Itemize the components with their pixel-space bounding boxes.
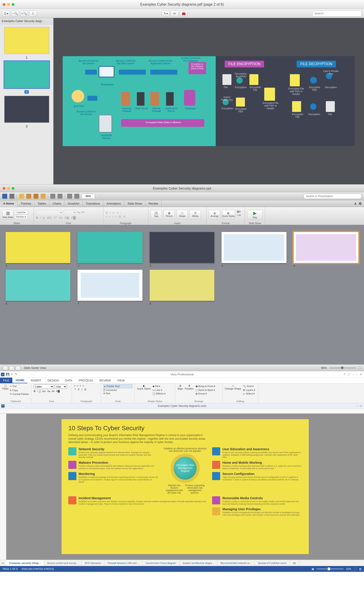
- minimize-icon[interactable]: –: [352, 373, 354, 376]
- layers-button[interactable]: ≣ Layers ▾: [243, 388, 255, 392]
- tab-charts[interactable]: Charts: [50, 200, 65, 207]
- tab-slideshow[interactable]: Slide Show: [124, 200, 145, 207]
- section-button[interactable]: Section ▸: [15, 215, 27, 219]
- pointer-tool-button[interactable]: ▸ Pointer Tool: [103, 384, 132, 388]
- undo-icon[interactable]: ↶: [11, 373, 13, 376]
- sheet-tab[interactable]: Government Cloud diagram: [143, 560, 180, 566]
- thumbnail[interactable]: [4, 61, 49, 88]
- effects-button[interactable]: ◯ Effects ▾: [153, 392, 166, 395]
- strikethrough-button[interactable]: abc: [47, 216, 52, 219]
- slide-thumb[interactable]: 3: [149, 232, 215, 263]
- tab-review[interactable]: REVIEW: [96, 378, 114, 383]
- fill-button[interactable]: ▦▾: [237, 210, 241, 213]
- bot-align[interactable]: ⤓: [81, 388, 83, 391]
- sheet-tab[interactable]: Firewall between LAN and ...: [104, 560, 143, 566]
- picture-button[interactable]: 🖼Picture: [164, 210, 175, 219]
- font-color-button[interactable]: A▇: [56, 390, 59, 393]
- help-icon[interactable]: ❔: [97, 194, 102, 199]
- rotate-button[interactable]: ⟳: [171, 11, 178, 16]
- search-input[interactable]: [312, 11, 362, 16]
- close-icon[interactable]: [3, 3, 5, 6]
- collapse-ribbon-icon[interactable]: ∧: [354, 201, 357, 206]
- quick-styles-button[interactable]: ◧Quick Styles: [137, 384, 151, 395]
- tab-design[interactable]: DESIGN: [44, 378, 62, 383]
- align-center[interactable]: ≡: [77, 384, 78, 387]
- maximize-icon[interactable]: ▫: [356, 373, 357, 376]
- sidebar-toggle-button[interactable]: ☰▾: [2, 11, 10, 16]
- copy-button[interactable]: ⎘ Copy: [10, 388, 29, 393]
- text-direction-button[interactable]: ↕A: [123, 215, 126, 218]
- select-button[interactable]: ▭ Select ▾: [243, 392, 255, 395]
- justify-button[interactable]: ≡: [115, 215, 117, 218]
- insert-icon[interactable]: [67, 194, 72, 199]
- media-button[interactable]: 🎵Media: [190, 210, 201, 219]
- tab-tables[interactable]: Tables: [35, 200, 50, 207]
- fit-page-icon[interactable]: ⛶: [354, 567, 356, 570]
- new-slide-button[interactable]: ▥New Slide: [2, 210, 13, 219]
- copy-icon[interactable]: [26, 194, 31, 199]
- tab-themes[interactable]: Themes: [17, 200, 35, 207]
- connector-button[interactable]: ╳ Connector: [103, 389, 132, 392]
- zoom-slider[interactable]: [329, 367, 356, 369]
- sheet-tab[interactable]: EFS Operation: [82, 560, 104, 566]
- indent-inc-button[interactable]: ⇥: [117, 211, 118, 214]
- arrange-button[interactable]: ▥Arrange: [209, 210, 220, 219]
- bring-front-button[interactable]: ▣ Bring to Front ▾: [195, 384, 215, 388]
- format-painter-button[interactable]: ✎ Format Painter: [10, 392, 29, 396]
- markup-button[interactable]: ✎▾: [162, 11, 169, 16]
- line-spacing-button[interactable]: ↕: [120, 211, 122, 214]
- font-size-inc[interactable]: A▴: [47, 390, 50, 393]
- tab-home[interactable]: HOME: [12, 378, 27, 383]
- close-icon[interactable]: [3, 187, 5, 190]
- search-input[interactable]: [303, 194, 362, 199]
- slide-thumb[interactable]: 2: [77, 232, 143, 263]
- tab-insert[interactable]: INSERT: [27, 378, 44, 383]
- fit-button[interactable]: ⛶: [358, 366, 361, 369]
- sheet-tab[interactable]: Access control and encryp...: [44, 560, 82, 566]
- sorter-view-button[interactable]: [9, 366, 14, 370]
- text-button[interactable]: AText: [151, 210, 162, 219]
- indent-dec-button[interactable]: ⇤: [113, 211, 115, 214]
- line-button[interactable]: ▭ Line ▾: [153, 388, 166, 392]
- paste-icon[interactable]: [33, 194, 39, 199]
- columns-button[interactable]: ▥: [119, 215, 121, 218]
- highlight-button[interactable]: A▦: [64, 216, 69, 219]
- bold-button[interactable]: B: [34, 390, 36, 393]
- align-left[interactable]: ≡: [74, 384, 76, 387]
- cut-icon[interactable]: [19, 194, 24, 199]
- slide-thumb[interactable]: 1: [5, 232, 71, 263]
- zoom-icon[interactable]: [12, 3, 14, 6]
- top-align[interactable]: ⤒: [74, 388, 76, 391]
- play-button[interactable]: ▶Play: [247, 210, 263, 219]
- zoom-icon[interactable]: [12, 187, 14, 190]
- cut-button[interactable]: ✂ Cut: [10, 384, 29, 388]
- presentation-mode-icon[interactable]: ▦: [312, 567, 314, 570]
- font-name-select[interactable]: [36, 210, 63, 215]
- sheet-tab-all[interactable]: All: [290, 560, 299, 566]
- font-size-select[interactable]: 12pt.: [55, 384, 67, 389]
- numbering-button[interactable]: ≡: [109, 211, 111, 214]
- underline-button[interactable]: U: [39, 390, 41, 393]
- ribbon-options-icon[interactable]: ▢: [348, 373, 350, 376]
- find-button[interactable]: 🔍 Find ▾: [243, 384, 255, 388]
- sub-super-button[interactable]: A²: [54, 216, 57, 219]
- thumbnail[interactable]: [4, 27, 49, 54]
- align-left-button[interactable]: ≡: [106, 215, 107, 218]
- tab-animations[interactable]: Animations: [103, 200, 124, 207]
- close-icon[interactable]: ✕: [360, 373, 362, 376]
- font-name-select[interactable]: Calibri: [34, 384, 54, 389]
- save-icon[interactable]: 💾: [6, 373, 9, 376]
- align-button[interactable]: ⊞Align: [178, 384, 183, 395]
- minimize-icon[interactable]: [7, 187, 10, 190]
- annotate-button[interactable]: 🧰: [180, 11, 187, 16]
- redo-icon[interactable]: [58, 194, 63, 199]
- italic-button[interactable]: I: [37, 390, 38, 393]
- fill-button[interactable]: ◆ Fill ▾: [153, 384, 166, 388]
- strike-button[interactable]: abc: [42, 390, 46, 393]
- grow-font-icon[interactable]: A▴: [77, 211, 80, 214]
- minimize-icon[interactable]: [7, 3, 10, 6]
- tab-file[interactable]: FILE: [0, 378, 12, 383]
- doc-close-icon[interactable]: – ▫ ✕: [356, 404, 362, 408]
- tab-transitions[interactable]: Transitions: [83, 200, 103, 207]
- sheet-tab[interactable]: Recommended network ar...: [217, 560, 255, 566]
